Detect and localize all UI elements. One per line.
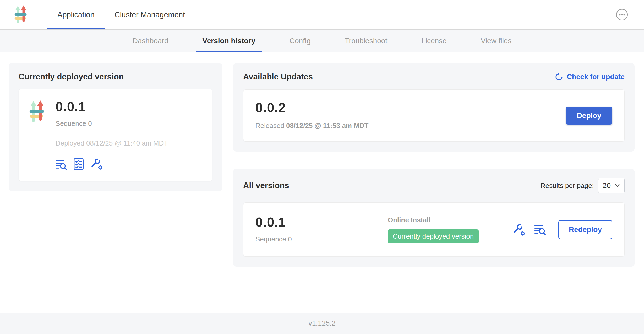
- all-versions-header: All versions Results per page: 20: [243, 178, 625, 193]
- nav-tab-cluster-management[interactable]: Cluster Management: [105, 0, 195, 29]
- edit-config-icon: [512, 223, 526, 236]
- update-released-line: Released 08/12/25 @ 11:53 am MDT: [255, 122, 369, 130]
- console-version: v1.125.2: [308, 319, 336, 327]
- deployed-timestamp: Deployed 08/12/25 @ 11:40 am MDT: [56, 139, 168, 147]
- refresh-icon: [555, 73, 563, 81]
- app-logo-icon: [14, 5, 27, 24]
- subtab-view-files-label: View files: [481, 37, 512, 45]
- available-updates-header: Available Updates Check for update: [243, 72, 625, 82]
- nav-tab-cluster-management-label: Cluster Management: [114, 10, 185, 19]
- check-for-update-link[interactable]: Check for update: [555, 73, 625, 81]
- subtab-version-history-label: Version history: [203, 37, 255, 45]
- edit-config-button[interactable]: [90, 157, 103, 170]
- results-per-page: Results per page: 20: [541, 178, 625, 193]
- update-version-number: 0.0.2: [255, 101, 369, 114]
- row-actions: Redeploy: [512, 220, 612, 239]
- subtab-dashboard-label: Dashboard: [133, 37, 168, 45]
- released-prefix: Released: [255, 122, 284, 130]
- redeploy-button[interactable]: Redeploy: [558, 220, 612, 239]
- results-per-page-select[interactable]: 20: [598, 178, 625, 193]
- deployed-status-badge: Currently deployed version: [388, 229, 479, 243]
- install-type-label: Online Install: [388, 216, 479, 224]
- released-timestamp: 08/12/25 @ 11:53 am MDT: [286, 122, 368, 130]
- deployed-version-number: 0.0.1: [56, 100, 168, 113]
- deployed-version-details: 0.0.1 Sequence 0 Deployed 08/12/25 @ 11:…: [56, 100, 168, 170]
- version-history-page: Currently deployed version 0.0.1 Sequenc…: [0, 52, 644, 313]
- available-updates-panel: Available Updates Check for update 0.0.2…: [233, 63, 635, 152]
- application-icon: [29, 100, 45, 170]
- preflight-checks-button[interactable]: [73, 158, 84, 170]
- view-deploy-logs-button[interactable]: [56, 159, 67, 170]
- row-status: Online Install Currently deployed versio…: [388, 216, 479, 243]
- nav-tab-application-label: Application: [57, 10, 95, 19]
- subtab-version-history[interactable]: Version history: [196, 30, 262, 52]
- row-version-details: 0.0.1 Sequence 0: [255, 216, 388, 243]
- view-logs-icon: [56, 159, 67, 170]
- row-sequence-label: Sequence 0: [255, 235, 388, 243]
- deployed-version-card: 0.0.1 Sequence 0 Deployed 08/12/25 @ 11:…: [19, 89, 212, 181]
- subtab-troubleshoot-label: Troubleshoot: [345, 37, 387, 45]
- edit-config-icon: [90, 157, 103, 170]
- app-subnav: Dashboard Version history Config Trouble…: [0, 30, 644, 52]
- subtab-license-label: License: [421, 37, 447, 45]
- results-per-page-label: Results per page:: [541, 182, 594, 190]
- nav-tab-application[interactable]: Application: [47, 0, 105, 29]
- subtab-config[interactable]: Config: [283, 30, 318, 52]
- deployed-version-actions: [56, 157, 168, 170]
- subtab-troubleshoot[interactable]: Troubleshoot: [338, 30, 394, 52]
- version-row: 0.0.1 Sequence 0 Online Install Currentl…: [243, 202, 625, 257]
- row-edit-config-button[interactable]: [512, 223, 526, 236]
- available-updates-title: Available Updates: [243, 72, 313, 82]
- all-versions-title: All versions: [243, 181, 289, 190]
- view-logs-icon: [534, 224, 546, 236]
- admin-console: Application Cluster Management Dashboard…: [0, 0, 644, 334]
- currently-deployed-panel: Currently deployed version 0.0.1 Sequenc…: [9, 63, 222, 191]
- chevron-down-icon: [614, 184, 620, 187]
- deployed-sequence-label: Sequence 0: [56, 120, 168, 128]
- check-for-update-label: Check for update: [567, 73, 625, 81]
- primary-nav: Application Cluster Management: [47, 0, 195, 29]
- app-footer: v1.125.2: [0, 313, 644, 334]
- update-details: 0.0.2 Released 08/12/25 @ 11:53 am MDT: [255, 101, 369, 130]
- preflight-checks-icon: [73, 158, 84, 170]
- app-header: Application Cluster Management: [0, 0, 644, 30]
- subtab-license[interactable]: License: [414, 30, 454, 52]
- subtab-view-files[interactable]: View files: [474, 30, 519, 52]
- available-update-card: 0.0.2 Released 08/12/25 @ 11:53 am MDT D…: [243, 89, 625, 142]
- row-version-number: 0.0.1: [255, 216, 388, 229]
- results-per-page-value: 20: [603, 181, 611, 190]
- right-column: Available Updates Check for update 0.0.2…: [233, 63, 635, 267]
- deploy-button[interactable]: Deploy: [566, 107, 612, 125]
- row-view-logs-button[interactable]: [534, 224, 546, 236]
- overflow-menu-button[interactable]: [616, 8, 628, 21]
- ellipsis-circle-icon: [616, 8, 628, 21]
- currently-deployed-title: Currently deployed version: [19, 72, 212, 82]
- all-versions-panel: All versions Results per page: 20 0.0: [233, 169, 635, 267]
- subtab-config-label: Config: [290, 37, 311, 45]
- subtab-dashboard[interactable]: Dashboard: [126, 30, 175, 52]
